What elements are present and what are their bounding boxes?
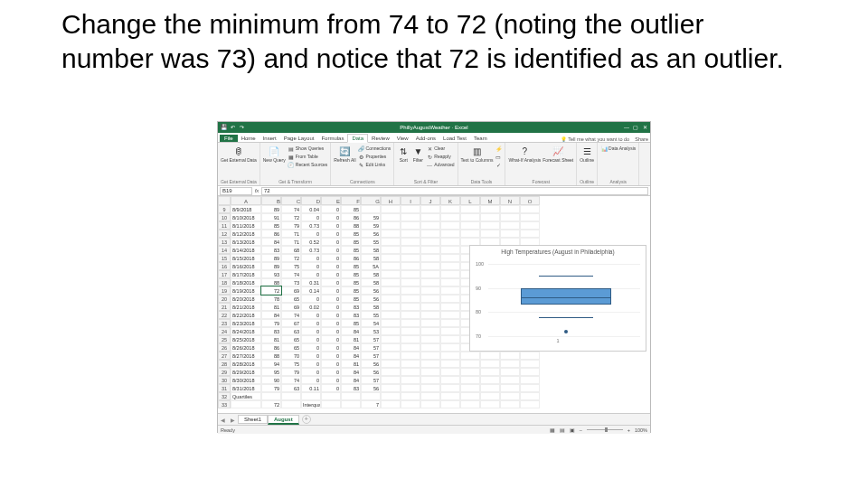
cell[interactable] [381,278,401,286]
cell[interactable]: 85 [341,262,361,270]
tab-review[interactable]: Review [368,135,393,142]
cell[interactable]: 0 [301,213,321,221]
cell[interactable] [420,221,440,230]
cell[interactable]: 72 [261,286,281,295]
cell[interactable]: 72 [261,400,281,408]
cell[interactable]: 58 [361,270,381,278]
cell[interactable] [401,295,420,303]
select-all-corner[interactable] [218,196,231,205]
share-button[interactable]: Share [635,136,648,142]
fx-icon[interactable]: fx [252,188,261,193]
cell[interactable]: 85 [341,230,361,238]
connections-button[interactable]: 🔗Connections [358,145,392,152]
cell[interactable]: 53 [361,327,381,335]
cell[interactable]: 8/29/2018 [231,368,261,376]
cell[interactable]: Interquartile range [301,400,321,408]
cell[interactable]: 55 [361,311,381,319]
cell[interactable]: 91 [261,213,281,221]
cell[interactable] [381,270,401,278]
cell[interactable] [401,213,420,221]
cell[interactable]: 58 [361,254,381,262]
cell[interactable] [440,352,460,360]
cell[interactable]: 0 [321,254,341,262]
cell[interactable] [440,400,460,408]
cell[interactable]: 0.14 [301,286,321,295]
cell[interactable]: 0 [321,303,341,311]
cell[interactable] [440,246,460,254]
cell[interactable]: 58 [361,303,381,311]
cell[interactable]: 79 [281,368,301,376]
cell[interactable] [500,213,520,221]
cell[interactable] [401,221,420,230]
row-header[interactable]: 29 [218,368,231,376]
cell[interactable]: 0 [301,343,321,352]
recent-sources-button[interactable]: 🕘Recent Sources [288,161,328,168]
row-header[interactable]: 26 [218,343,231,352]
cell[interactable]: 0.31 [301,278,321,286]
cell[interactable]: 84 [261,311,281,319]
tab-page-layout[interactable]: Page Layout [280,135,318,142]
cell[interactable] [381,368,401,376]
column-header-N[interactable]: N [500,196,520,205]
cell[interactable] [420,327,440,335]
cell[interactable]: 72 [281,254,301,262]
cell[interactable]: 8/24/2018 [231,327,261,335]
tab-formulas[interactable]: Formulas [317,135,347,142]
cell[interactable]: 95 [261,368,281,376]
column-header-F[interactable]: F [341,196,361,205]
cell[interactable]: 0.52 [301,238,321,246]
cell[interactable]: 0 [321,295,341,303]
cell[interactable] [480,376,500,384]
cell[interactable]: 65 [281,335,301,343]
cell[interactable]: 84 [341,343,361,352]
cell[interactable]: 0 [321,270,341,278]
reapply-button[interactable]: ↻Reapply [426,153,454,160]
cell[interactable]: 8/27/2018 [231,352,261,360]
cell[interactable]: 65 [281,295,301,303]
sheet-tab-august[interactable]: August [268,415,299,425]
close-button[interactable]: ✕ [641,124,648,131]
cell[interactable]: 56 [361,384,381,392]
cell[interactable] [520,352,540,360]
cell[interactable] [381,221,401,230]
cell[interactable] [420,392,440,400]
zoom-level[interactable]: 100% [635,427,647,433]
data-analysis-button[interactable]: 📊Data Analysis [600,145,636,152]
cell[interactable]: 8/22/2018 [231,311,261,319]
tell-me-box[interactable]: 💡 Tell me what you want to do Share [561,136,650,142]
cell[interactable] [440,303,460,311]
cell[interactable] [520,384,540,392]
cell[interactable] [420,213,440,221]
sheet-tab-sheet1[interactable]: Sheet1 [238,415,268,424]
cell[interactable] [480,352,500,360]
row-header[interactable]: 13 [218,238,231,246]
cell[interactable] [420,262,440,270]
cell[interactable]: 0 [321,360,341,368]
row-header[interactable]: 20 [218,295,231,303]
cell[interactable] [381,319,401,327]
cell[interactable] [420,254,440,262]
cell[interactable] [440,335,460,343]
cell[interactable]: 57 [361,343,381,352]
cell[interactable] [401,392,420,400]
column-header-J[interactable]: J [420,196,440,205]
cell[interactable]: 8/28/2018 [231,360,261,368]
cell[interactable]: 67 [281,319,301,327]
cell[interactable]: 84 [341,327,361,335]
sheet-nav-next[interactable]: ▶ [228,417,238,423]
cell[interactable] [500,221,520,230]
column-header-E[interactable]: E [321,196,341,205]
save-icon[interactable]: 💾 [220,124,227,131]
cell[interactable] [281,392,301,400]
column-header-B[interactable]: B [261,196,281,205]
cell[interactable]: 83 [261,246,281,254]
cell[interactable] [381,343,401,352]
cell[interactable] [460,376,480,384]
cell[interactable]: 86 [261,230,281,238]
cell[interactable]: 88 [341,221,361,230]
cell[interactable]: 85 [341,295,361,303]
cell[interactable]: 8/9/2018 [231,205,261,213]
cell[interactable] [381,335,401,343]
zoom-in-button[interactable]: + [627,427,630,433]
cell[interactable] [381,311,401,319]
